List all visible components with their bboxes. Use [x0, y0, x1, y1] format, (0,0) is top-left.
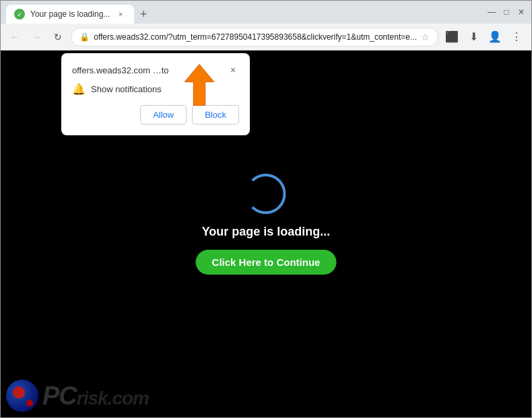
- bell-icon: 🔔: [72, 83, 86, 96]
- download-icon[interactable]: ⬇: [464, 28, 483, 46]
- menu-icon[interactable]: ⋮: [507, 28, 526, 46]
- reload-button[interactable]: ↻: [49, 28, 67, 46]
- pcrisk-text: PCrisk.com: [42, 382, 149, 411]
- orange-arrow: [176, 61, 223, 116]
- popup-close-button[interactable]: ×: [227, 64, 239, 76]
- title-bar: Your page is loading... × + — □ ✕: [1, 1, 531, 24]
- nav-bar: ← → ↻ 🔒 offers.weads32.com/?utm_term=672…: [1, 24, 531, 50]
- pcrisk-ball-icon: [6, 380, 38, 412]
- address-text: offers.weads32.com/?utm_term=67278950417…: [94, 32, 417, 42]
- tab-bar: Your page is loading... × +: [6, 1, 484, 24]
- new-tab-button[interactable]: +: [134, 5, 153, 24]
- loading-text: Your page is loading...: [202, 225, 331, 239]
- popup-message: Show notifications: [91, 84, 162, 94]
- tab-title: Your page is loading...: [30, 9, 110, 19]
- page-content: offers.weads32.com …to × 🔔 Show notifica…: [1, 50, 531, 417]
- loading-area: Your page is loading... Click Here to Co…: [196, 174, 337, 275]
- lock-icon: 🔒: [79, 32, 90, 42]
- continue-button[interactable]: Click Here to Continue: [196, 250, 337, 275]
- popup-site: offers.weads32.com …to: [72, 65, 169, 75]
- extensions-icon[interactable]: ⬛: [442, 28, 461, 46]
- profile-icon[interactable]: 👤: [486, 28, 504, 46]
- back-button[interactable]: ←: [6, 28, 24, 46]
- pcrisk-logo: PCrisk.com: [6, 380, 149, 412]
- active-tab[interactable]: Your page is loading... ×: [6, 5, 134, 24]
- maximize-button[interactable]: □: [502, 7, 511, 17]
- tab-favicon: [14, 9, 25, 20]
- address-bar[interactable]: 🔒 offers.weads32.com/?utm_term=672789504…: [71, 28, 438, 46]
- browser-window: Your page is loading... × + — □ ✕ ← → ↻ …: [0, 0, 532, 418]
- minimize-button[interactable]: —: [487, 7, 496, 17]
- nav-icons: ⬛ ⬇ 👤 ⋮: [442, 28, 526, 46]
- close-window-button[interactable]: ✕: [517, 7, 526, 17]
- window-controls: — □ ✕: [487, 7, 526, 17]
- loading-spinner: [246, 174, 286, 214]
- forward-button[interactable]: →: [28, 28, 45, 46]
- close-tab-button[interactable]: ×: [115, 9, 126, 20]
- bookmark-icon[interactable]: ☆: [421, 32, 430, 42]
- svg-marker-0: [185, 64, 214, 105]
